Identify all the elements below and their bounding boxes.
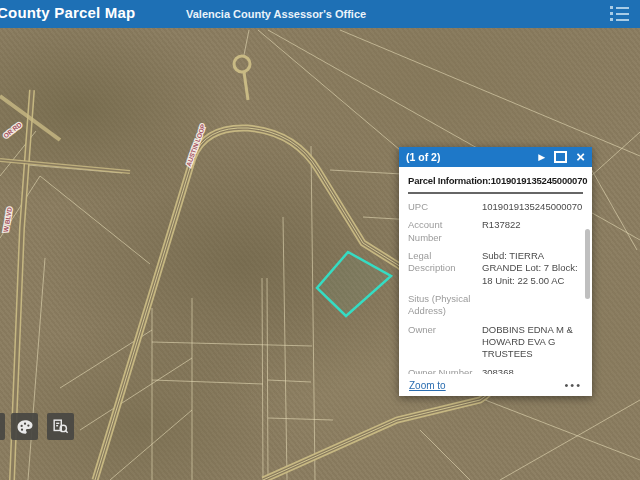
popup-footer: Zoom to ••• [399, 374, 592, 396]
app-title: County Parcel Map [0, 4, 135, 21]
more-options-icon[interactable]: ••• [564, 379, 582, 391]
close-icon[interactable]: × [576, 149, 585, 164]
field-row-owner: Owner DOBBINS EDNA M & HOWARD EVA G TRUS… [408, 324, 583, 361]
next-feature-icon[interactable]: ▶ [538, 153, 545, 162]
road-label: OR RD [2, 121, 23, 140]
popup-divider [408, 192, 583, 194]
field-row-legal-description: Legal Description Subd: TIERRA GRANDE Lo… [408, 250, 583, 287]
query-button[interactable] [47, 413, 74, 440]
search-document-icon [51, 417, 70, 436]
field-row-account-number: Account Number R137822 [408, 219, 583, 244]
app-header: County Parcel Map Valencia County Assess… [0, 0, 640, 28]
app-subtitle: Valencia County Assessor's Office [186, 8, 366, 20]
popup-scrollbar[interactable] [585, 229, 590, 299]
popup-header[interactable]: (1 of 2) ▶ × [399, 147, 592, 167]
parcel-info-popup: (1 of 2) ▶ × Parcel Information:10190191… [399, 147, 592, 396]
field-row-situs: Situs (Physical Address) [408, 293, 583, 318]
parcel-map-app: OR RD W BLVD AUSTIN LOOP County Parcel M… [0, 0, 640, 480]
field-row-upc: UPC 1019019135245000070 [408, 201, 583, 213]
maximize-icon[interactable] [554, 151, 567, 163]
popup-body: Parcel Information:1019019135245000070 U… [399, 167, 592, 396]
zoom-to-link[interactable]: Zoom to [409, 380, 446, 391]
selected-parcel-highlight[interactable] [317, 252, 391, 316]
legend-menu-icon[interactable] [610, 6, 630, 22]
palette-icon [16, 418, 34, 436]
cropped-tool-button[interactable] [0, 413, 5, 440]
popup-title: Parcel Information:1019019135245000070 [408, 175, 583, 186]
basemap-gallery-button[interactable] [11, 413, 38, 440]
popup-pagination: (1 of 2) [406, 151, 538, 163]
